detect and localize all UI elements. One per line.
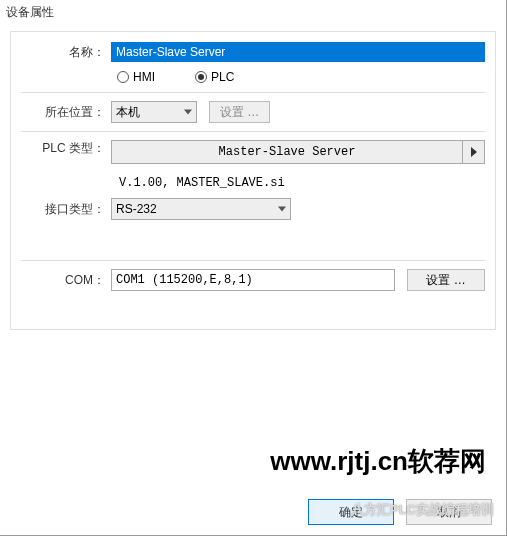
location-value: 本机 — [116, 104, 140, 121]
chevron-down-icon — [278, 207, 286, 212]
ok-button[interactable]: 确定 — [308, 499, 394, 525]
radio-plc-label: PLC — [211, 70, 234, 84]
radio-plc-circle — [195, 71, 207, 83]
divider-3 — [21, 260, 485, 261]
name-input[interactable] — [111, 42, 485, 62]
cancel-button[interactable]: 取消 — [406, 499, 492, 525]
plc-type-value: Master-Slave Server — [219, 145, 356, 159]
location-combo[interactable]: 本机 — [111, 101, 197, 123]
radio-hmi-label: HMI — [133, 70, 155, 84]
interface-value: RS-232 — [116, 202, 157, 216]
radio-hmi[interactable]: HMI — [117, 70, 155, 84]
radio-hmi-circle — [117, 71, 129, 83]
com-label: COM： — [21, 272, 111, 289]
interface-label: 接口类型： — [21, 201, 111, 218]
chevron-down-icon — [184, 110, 192, 115]
location-settings-button: 设置 … — [209, 101, 270, 123]
plc-type-expand-button[interactable] — [463, 140, 485, 164]
com-settings-button[interactable]: 设置 … — [407, 269, 485, 291]
plc-type-display[interactable]: Master-Slave Server — [111, 140, 463, 164]
footer-buttons: 确定 取消 — [308, 499, 492, 525]
watermark-main: www.rjtj.cn软荐网 — [270, 444, 486, 479]
form-panel: 名称： // placeholder so selection styling … — [10, 31, 496, 330]
name-label: 名称： — [21, 44, 111, 61]
location-label: 所在位置： — [21, 104, 111, 121]
com-combo[interactable]: COM1 (115200,E,8,1) — [111, 269, 395, 291]
plc-type-label: PLC 类型： — [21, 140, 111, 164]
radio-plc[interactable]: PLC — [195, 70, 234, 84]
window-title: 设备属性 — [0, 0, 506, 25]
com-value: COM1 (115200,E,8,1) — [116, 273, 253, 287]
interface-combo[interactable]: RS-232 — [111, 198, 291, 220]
divider-2 — [21, 131, 485, 132]
chevron-right-icon — [471, 147, 477, 157]
plc-version-text: V.1.00, MASTER_SLAVE.si — [117, 172, 485, 198]
divider-1 — [21, 92, 485, 93]
